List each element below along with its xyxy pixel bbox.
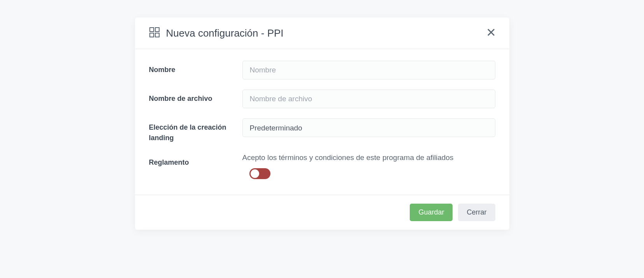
- modal-body: Nombre Nombre de archivo Elección de la …: [135, 49, 509, 195]
- toggle-knob: [251, 169, 259, 178]
- name-input[interactable]: [242, 61, 495, 79]
- modal-title: Nueva configuración - PPI: [166, 27, 284, 39]
- modal-footer: Guardar Cerrar: [135, 195, 509, 230]
- landing-label: Elección de la creación landing: [149, 118, 242, 143]
- svg-rect-3: [155, 33, 159, 37]
- close-button[interactable]: Cerrar: [458, 204, 495, 221]
- regulation-label: Reglamento: [149, 153, 242, 168]
- terms-text: Acepto los términos y condiciones de est…: [242, 153, 495, 162]
- svg-rect-1: [155, 28, 159, 32]
- save-button[interactable]: Guardar: [410, 204, 453, 221]
- modal-header: Nueva configuración - PPI: [135, 18, 509, 49]
- filename-input[interactable]: [242, 90, 495, 108]
- terms-toggle[interactable]: [249, 168, 270, 179]
- form-row-regulation: Reglamento Acepto los términos y condici…: [149, 153, 495, 179]
- landing-select[interactable]: Predeterminado: [242, 118, 495, 137]
- modal-title-wrap: Nueva configuración - PPI: [149, 27, 284, 39]
- svg-rect-2: [150, 33, 154, 37]
- form-row-landing: Elección de la creación landing Predeter…: [149, 118, 495, 143]
- form-row-name: Nombre: [149, 61, 495, 79]
- landing-control: Predeterminado: [242, 118, 495, 137]
- grid-icon: [149, 27, 160, 39]
- name-label: Nombre: [149, 61, 242, 75]
- name-control: [242, 61, 495, 79]
- config-modal: Nueva configuración - PPI Nombre Nombre …: [135, 18, 509, 230]
- close-icon[interactable]: [487, 28, 495, 38]
- filename-control: [242, 90, 495, 108]
- form-row-filename: Nombre de archivo: [149, 90, 495, 108]
- regulation-control: Acepto los términos y condiciones de est…: [242, 153, 495, 179]
- svg-rect-0: [150, 28, 154, 32]
- filename-label: Nombre de archivo: [149, 90, 242, 104]
